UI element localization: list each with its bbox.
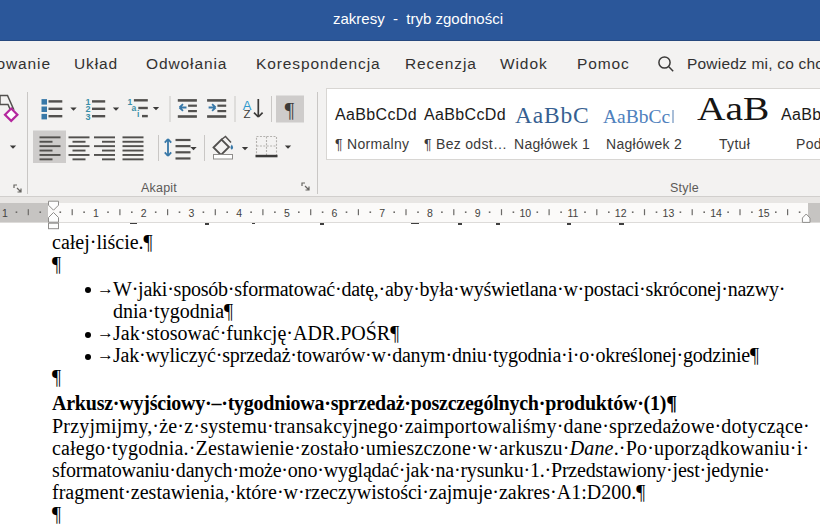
svg-text:4: 4 <box>236 207 242 219</box>
svg-text:15: 15 <box>758 207 770 219</box>
svg-text:14: 14 <box>710 207 722 219</box>
svg-text:1: 1 <box>93 207 99 219</box>
svg-text:8: 8 <box>427 207 433 219</box>
svg-text:2: 2 <box>141 207 147 219</box>
svg-text:13: 13 <box>663 207 675 219</box>
svg-text:10: 10 <box>519 207 531 219</box>
svg-text:1: 1 <box>2 207 8 219</box>
svg-text:9: 9 <box>475 207 481 219</box>
svg-text:5: 5 <box>284 207 290 219</box>
svg-text:6: 6 <box>332 207 338 219</box>
svg-text:7: 7 <box>379 207 385 219</box>
svg-text:12: 12 <box>615 207 627 219</box>
svg-text:3: 3 <box>188 207 194 219</box>
svg-text:11: 11 <box>568 207 579 219</box>
